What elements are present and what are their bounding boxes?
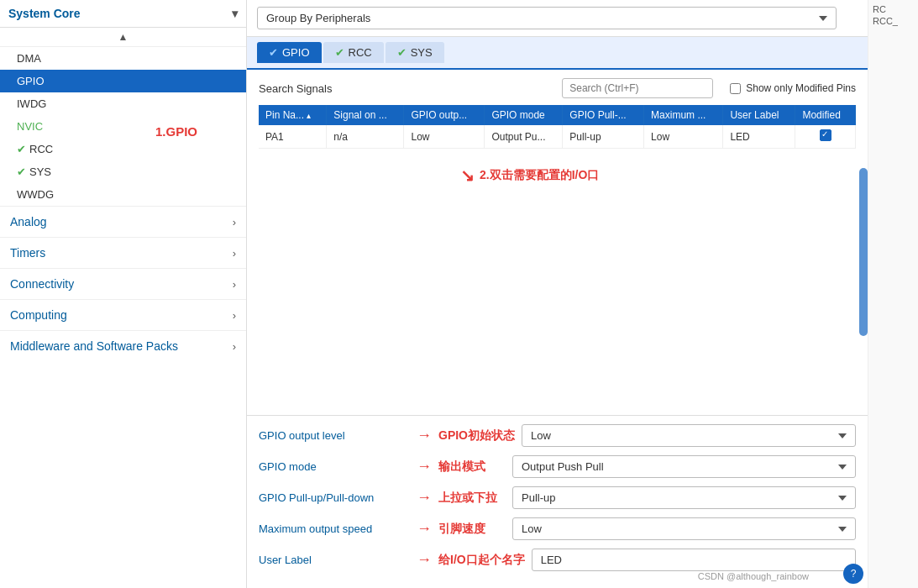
connectivity-label: Connectivity	[10, 277, 74, 291]
sidebar-collapse-icon[interactable]: ▾	[232, 7, 238, 20]
signals-title: Search Signals	[259, 82, 332, 95]
tab-rcc[interactable]: ✔ RCC	[323, 42, 384, 63]
config-label-speed: Maximum output speed	[259, 522, 410, 535]
help-icon[interactable]: ?	[843, 564, 863, 584]
sidebar-section-computing[interactable]: Computing ›	[0, 299, 246, 330]
cell-user-label: LED	[723, 125, 795, 149]
rcc-check-icon: ✔	[17, 143, 26, 155]
rcc-tab-label: RCC	[349, 46, 372, 59]
signal-table: Pin Na...▴ Signal on ... GPIO outp... GP…	[259, 105, 856, 149]
col-maximum[interactable]: Maximum ...	[644, 105, 723, 125]
table-header-row: Pin Na...▴ Signal on ... GPIO outp... GP…	[259, 105, 856, 125]
annotation-2-container: ↘ 2.双击需要配置的I/O口	[460, 165, 599, 186]
annotation-2-text: 2.双击需要配置的I/O口	[480, 168, 599, 183]
right-panel-item-rc: RC	[873, 4, 914, 14]
computing-chevron-icon: ›	[233, 309, 236, 322]
rcc-label: RCC	[29, 143, 53, 155]
config-label-pull: GPIO Pull-up/Pull-down	[259, 491, 410, 504]
sidebar-section-timers[interactable]: Timers ›	[0, 237, 246, 268]
cell-max-speed: Low	[644, 125, 723, 149]
config-select-speed[interactable]: Low Medium High Very High	[512, 517, 856, 540]
signals-panel: Search Signals Show only Modified Pins P…	[247, 70, 868, 415]
sidebar-item-dma[interactable]: DMA	[0, 47, 246, 70]
right-panel-item-rcc: RCC_	[873, 16, 914, 26]
config-annotation-mode: 输出模式	[438, 459, 506, 475]
cell-pin-name: PA1	[259, 125, 327, 149]
config-annotation-speed: 引脚速度	[438, 522, 506, 537]
gpio-tab-label: GPIO	[282, 46, 310, 59]
cell-signal: n/a	[327, 125, 404, 149]
timers-label: Timers	[10, 246, 45, 260]
sidebar-section-middleware[interactable]: Middleware and Software Packs ›	[0, 330, 246, 361]
modified-pins-checkbox[interactable]	[730, 83, 741, 94]
right-panel: RC RCC_	[868, 0, 918, 588]
modified-checkbox-checked	[820, 129, 831, 141]
sidebar-item-nvic[interactable]: NVIC	[0, 115, 246, 138]
search-input[interactable]	[562, 78, 713, 98]
group-by-select[interactable]: Group By Peripherals	[257, 7, 837, 29]
config-select-mode[interactable]: Output Push Pull Output Open Drain	[512, 455, 856, 478]
middleware-label: Middleware and Software Packs	[10, 339, 178, 353]
sys-tab-label: SYS	[411, 46, 433, 59]
config-select-pull[interactable]: Pull-up Pull-down No pull-up and no pull…	[512, 486, 856, 509]
sidebar-item-iwdg[interactable]: IWDG	[0, 92, 246, 115]
analog-label: Analog	[10, 215, 47, 228]
config-label-output-level: GPIO output level	[259, 429, 410, 442]
col-user-label[interactable]: User Label	[723, 105, 795, 125]
config-row-user-label: User Label → 给I/O口起个名字	[259, 549, 856, 571]
rcc-tab-check-icon: ✔	[335, 46, 344, 59]
cell-gpio-pull: Pull-up	[563, 125, 644, 149]
sidebar-section-connectivity[interactable]: Connectivity ›	[0, 268, 246, 299]
col-gpio-pull[interactable]: GPIO Pull-...	[563, 105, 644, 125]
col-gpio-mode[interactable]: GPIO mode	[485, 105, 563, 125]
tab-sys[interactable]: ✔ SYS	[386, 42, 444, 63]
config-row-speed: Maximum output speed → 引脚速度 Low Medium H…	[259, 517, 856, 540]
scrollbar-indicator[interactable]	[859, 168, 868, 336]
config-annotation-pull: 上拉或下拉	[438, 491, 506, 506]
config-annotation-output-level: GPIO初始状态	[438, 428, 515, 444]
signals-header: Search Signals Show only Modified Pins	[259, 78, 856, 98]
config-panel: GPIO output level → GPIO初始状态 Low High GP…	[247, 415, 868, 588]
config-arrow-speed: →	[417, 520, 432, 538]
sidebar: System Core ▾ ▲ DMA GPIO IWDG NVIC ✔ RCC…	[0, 0, 247, 588]
content-area: Search Signals Show only Modified Pins P…	[247, 70, 868, 588]
timers-chevron-icon: ›	[233, 247, 236, 260]
sys-check-icon: ✔	[17, 165, 26, 178]
gpio-tab-check-icon: ✔	[269, 46, 278, 59]
col-gpio-output[interactable]: GPIO outp...	[404, 105, 485, 125]
sidebar-collapse-arrow[interactable]: ▲	[0, 28, 246, 47]
sidebar-title: System Core	[8, 7, 81, 20]
col-signal-on[interactable]: Signal on ...	[327, 105, 404, 125]
config-input-user-label[interactable]	[532, 549, 856, 571]
config-select-output-level[interactable]: Low High	[522, 424, 856, 447]
sidebar-item-rcc[interactable]: ✔ RCC	[0, 138, 246, 160]
analog-chevron-icon: ›	[233, 216, 236, 228]
config-arrow-mode: →	[417, 458, 432, 475]
tab-gpio[interactable]: ✔ GPIO	[257, 42, 322, 63]
annotation-area: ↘ 2.双击需要配置的I/O口	[259, 149, 856, 224]
modified-pins-text: Show only Modified Pins	[746, 82, 856, 94]
sys-label: SYS	[29, 165, 51, 178]
sidebar-header[interactable]: System Core ▾	[0, 0, 246, 28]
sys-tab-check-icon: ✔	[397, 46, 407, 59]
middleware-chevron-icon: ›	[233, 340, 236, 353]
sidebar-section-analog[interactable]: Analog ›	[0, 206, 246, 237]
config-arrow-user-label: →	[417, 551, 432, 569]
csdn-watermark: CSDN @although_rainbow	[698, 571, 809, 581]
cell-gpio-mode: Output Pu...	[485, 125, 563, 149]
sidebar-item-wwdg[interactable]: WWDG	[0, 183, 246, 206]
connectivity-chevron-icon: ›	[233, 278, 236, 291]
cell-modified	[795, 125, 856, 149]
config-arrow-output-level: →	[417, 427, 432, 444]
col-pin-name[interactable]: Pin Na...▴	[259, 105, 327, 125]
config-label-user-label: User Label	[259, 554, 410, 566]
main-panel: Group By Peripherals ✔ GPIO ✔ RCC ✔ SYS …	[247, 0, 868, 588]
table-row[interactable]: PA1 n/a Low Output Pu... Pull-up Low LED	[259, 125, 856, 149]
config-arrow-pull: →	[417, 489, 432, 507]
top-bar: Group By Peripherals	[247, 0, 868, 37]
modified-pins-label: Show only Modified Pins	[730, 82, 856, 94]
tabs-bar: ✔ GPIO ✔ RCC ✔ SYS	[247, 37, 868, 70]
sidebar-item-sys[interactable]: ✔ SYS	[0, 160, 246, 183]
sidebar-item-gpio[interactable]: GPIO	[0, 70, 246, 92]
col-modified[interactable]: Modified	[795, 105, 856, 125]
